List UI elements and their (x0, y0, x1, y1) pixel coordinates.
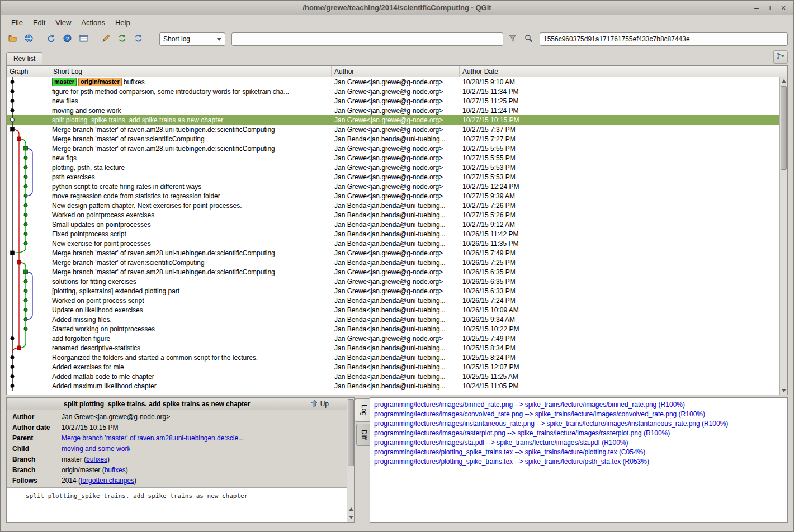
commit-row[interactable]: Merge branch 'master' of raven.am28.uni-… (7, 144, 779, 153)
commit-row[interactable]: solutions for fitting exercisesJan Grewe… (7, 277, 779, 286)
commit-row[interactable]: New design pattern chapter. Next exercis… (7, 201, 779, 210)
view-revisions-button[interactable] (76, 32, 91, 46)
commit-row[interactable]: Worked on point process scriptJan Benda<… (7, 296, 779, 305)
commit-log-text: bufixes (124, 78, 145, 86)
commit-row[interactable]: masterorigin/masterbufixesJan Grewe<jan.… (7, 77, 779, 87)
commit-log: solutions for fitting exercises (50, 278, 332, 286)
commit-row[interactable]: Merge branch 'master' of raven.am28.uni-… (7, 125, 779, 134)
commit-row[interactable]: add forgotten figureJan Grewe<jan.grewe@… (7, 334, 779, 343)
up-button[interactable]: Up (310, 400, 329, 408)
window-controls: – + × (750, 2, 790, 13)
diff-file-entry[interactable]: programming/lectures/images/sta.pdf --> … (374, 438, 783, 448)
commit-row[interactable]: Merge branch 'master' of raven:scientifi… (7, 258, 779, 267)
commit-row[interactable]: Added matlab code to mle chapterJan Bend… (7, 372, 779, 381)
commit-date: 10/27/15 11:24 PM (460, 107, 779, 115)
commit-row[interactable]: Fixed pointprocess scriptJan Benda<jan.b… (7, 229, 779, 239)
column-header-graph[interactable]: Graph (7, 66, 50, 77)
close-button[interactable]: × (777, 2, 790, 13)
detail-link[interactable]: moving and some work (62, 445, 130, 453)
menu-view[interactable]: View (50, 17, 76, 28)
detail-scroll-up-icon[interactable] (347, 505, 355, 513)
commit-log-text: add forgotten figure (52, 335, 110, 343)
commit-date: 10/27/15 5:53 PM (460, 164, 779, 172)
commit-row[interactable]: Merge branch 'master' of raven:scientifi… (7, 134, 779, 144)
commit-row[interactable]: move regression code from statistics to … (7, 191, 779, 201)
detail-field-value: origin/master (bufixes) (62, 465, 128, 476)
commit-row[interactable]: Worked on pointprocess exercisesJan Bend… (7, 210, 779, 220)
detail-link[interactable]: bufixes (105, 466, 126, 474)
commit-row[interactable]: Update on likelihood exercisesJan Benda<… (7, 305, 779, 315)
graph-cell (7, 267, 50, 277)
commit-date: 10/25/15 12:07 PM (460, 363, 779, 371)
commit-row[interactable]: renamed descriptive-statisticsJan Benda<… (7, 343, 779, 353)
diff-file-entry[interactable]: programming/lectures/images/rasterplot.p… (374, 429, 783, 438)
detail-scroll-down-icon[interactable] (347, 514, 355, 521)
column-header-author-date[interactable]: Author Date (460, 66, 787, 77)
commit-row[interactable]: Merge branch 'master' of raven.am28.uni-… (7, 248, 779, 258)
commit-row[interactable]: split plotting_spike trains. add spike t… (7, 115, 779, 125)
menu-file[interactable]: File (6, 17, 28, 28)
commit-row[interactable]: Small updates on pointprocessesJan Benda… (7, 220, 779, 229)
diff-file-entry[interactable]: programming/lectures/images/instantaneou… (374, 419, 783, 429)
diff-file-entry[interactable]: programming/lectures/images/convolved_ra… (374, 410, 783, 419)
diff-file-entry[interactable]: programming/lectures/plotting_spike_trai… (374, 448, 783, 457)
side-tab-diff[interactable]: Diff (356, 424, 370, 446)
ref-badge-master: master (52, 78, 77, 86)
commit-log-text: Update on likelihood exercises (52, 306, 143, 314)
commit-row[interactable]: moving and some workJan Grewe<jan.grewe@… (7, 106, 779, 115)
commit-row[interactable]: Started working on pointprocessesJan Ben… (7, 324, 779, 334)
edit-file-button[interactable] (98, 32, 113, 46)
detail-link[interactable]: Merge branch 'master' of raven.am28.uni-… (62, 434, 244, 442)
highlight-filter-button[interactable] (505, 32, 519, 46)
push-button[interactable] (131, 32, 145, 46)
tab-rev-list[interactable]: Rev list (6, 52, 42, 65)
commit-row[interactable]: New exercise for point processesJan Bend… (7, 239, 779, 248)
commit-row[interactable]: Added exercises for mleJan Benda<jan.ben… (7, 362, 779, 372)
commit-log-text: Added matlab code to mle chapter (52, 373, 154, 381)
column-header-author[interactable]: Author (332, 66, 460, 77)
detail-link[interactable]: forgotten changes (81, 477, 134, 484)
qgit-window: /home/grewe/teaching/2014/scientificComp… (0, 0, 794, 532)
graph-toggle-button[interactable] (773, 50, 788, 64)
commit-row[interactable]: Reorganized the folders and started a co… (7, 353, 779, 362)
commit-row[interactable]: Added maximum likelihood chapterJan Bend… (7, 381, 779, 391)
scroll-up-icon[interactable] (780, 77, 787, 85)
browse-web-button[interactable] (21, 32, 36, 46)
commit-row[interactable]: figure for psth method comparsion, some … (7, 87, 779, 96)
help-button[interactable]: ? (60, 32, 74, 46)
commit-row[interactable]: psth exercisesJan Grewe<jan.grewe@g-node… (7, 172, 779, 182)
commit-author: Jan Grewe<jan.grewe@g-node.org> (332, 116, 460, 124)
commit-row[interactable]: Added missing files.Jan Benda<jan.benda@… (7, 315, 779, 324)
detail-commit-title: split plotting_spike trains. add spike t… (64, 400, 310, 408)
scroll-thumb[interactable] (781, 86, 787, 170)
commit-row[interactable]: plotting, psth, sta lectureJan Grewe<jan… (7, 163, 779, 172)
rev-list-scrollbar[interactable] (779, 77, 787, 395)
commit-row[interactable]: [plotting, spiketrains] extended plottin… (7, 286, 779, 296)
minimize-button[interactable]: – (750, 2, 763, 13)
fetch-button[interactable] (115, 32, 129, 46)
commit-row[interactable]: new filesJan Grewe<jan.grewe@g-node.org>… (7, 96, 779, 106)
menu-actions[interactable]: Actions (76, 17, 110, 28)
detail-link[interactable]: bufixes (86, 455, 107, 463)
commit-author: Jan Grewe<jan.grewe@g-node.org> (332, 126, 460, 134)
commit-row[interactable]: python script to create firing rates in … (7, 182, 779, 191)
commit-row[interactable]: Merge branch 'master' of raven.am28.uni-… (7, 267, 779, 277)
commit-row[interactable]: new figsJan Grewe<jan.grewe@g-node.org>1… (7, 153, 779, 163)
detail-scroll-thumb[interactable] (348, 399, 354, 466)
view-mode-combo[interactable]: Short log (159, 32, 225, 46)
find-sha-button[interactable] (521, 32, 536, 46)
commit-log: renamed descriptive-statistics (50, 344, 332, 352)
diff-file-entry[interactable]: programming/lectures/images/binned_rate.… (374, 400, 783, 410)
scroll-down-icon[interactable] (780, 387, 787, 395)
open-repository-button[interactable] (5, 32, 20, 46)
sha-input[interactable] (540, 32, 788, 46)
diff-file-entry[interactable]: programming/lectures/plotting_spike_trai… (374, 457, 783, 467)
side-tab-log[interactable]: Log (355, 398, 370, 422)
go-back-button[interactable] (44, 32, 58, 46)
column-header-short-log[interactable]: Short Log (50, 66, 332, 77)
filter-input[interactable] (231, 32, 503, 46)
menu-edit[interactable]: Edit (28, 17, 50, 28)
maximize-button[interactable]: + (763, 2, 777, 13)
menu-help[interactable]: Help (110, 17, 135, 28)
detail-scrollbar[interactable] (347, 398, 354, 522)
